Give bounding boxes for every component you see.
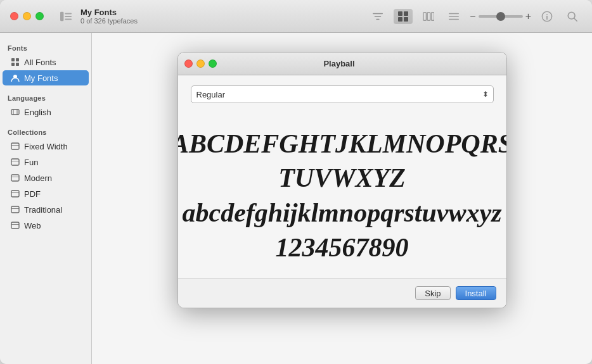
sidebar-item-all-fonts[interactable]: All Fonts bbox=[3, 54, 89, 70]
slider-minus-icon: − bbox=[470, 11, 475, 22]
svg-rect-1 bbox=[65, 13, 72, 14]
close-button[interactable] bbox=[10, 12, 18, 20]
collections-section-label: Collections bbox=[0, 125, 91, 138]
slider-plus-icon: + bbox=[525, 11, 531, 22]
fun-icon bbox=[10, 157, 20, 167]
sidebar-item-traditional[interactable]: Traditional bbox=[3, 202, 89, 217]
font-preview-text: ABCDEFGHTJKLMNOPQRS TUVWXYZ abcdefghijkl… bbox=[177, 127, 507, 265]
traditional-label: Traditional bbox=[24, 205, 62, 215]
title-bar-right: − + bbox=[368, 9, 582, 24]
my-fonts-icon bbox=[10, 73, 20, 83]
svg-line-21 bbox=[574, 18, 577, 21]
dialog-title: Playball bbox=[179, 59, 500, 68]
svg-rect-0 bbox=[60, 11, 63, 20]
svg-rect-27 bbox=[11, 110, 19, 115]
title-bar-left: My Fonts 0 of 326 typefaces bbox=[10, 8, 138, 25]
svg-rect-30 bbox=[11, 143, 19, 149]
svg-rect-25 bbox=[16, 63, 19, 66]
all-fonts-icon bbox=[10, 57, 20, 67]
svg-rect-9 bbox=[398, 17, 402, 22]
fonts-section-label: Fonts bbox=[0, 41, 91, 54]
preview-line-4: 1234567890 bbox=[177, 230, 507, 265]
main-window: My Fonts 0 of 326 typefaces bbox=[0, 0, 592, 364]
sidebar: Fonts All Fonts bbox=[0, 33, 92, 364]
info-button[interactable] bbox=[537, 9, 557, 24]
svg-point-18 bbox=[546, 13, 548, 15]
modern-label: Modern bbox=[24, 173, 52, 183]
minimize-button[interactable] bbox=[23, 12, 31, 20]
title-bar: My Fonts 0 of 326 typefaces bbox=[0, 0, 592, 33]
fun-label: Fun bbox=[24, 158, 38, 167]
svg-rect-36 bbox=[11, 191, 19, 197]
dialog-body: Regular Bold Italic Bold Italic ⬍ ABCDEF… bbox=[178, 75, 506, 278]
traffic-lights bbox=[10, 12, 44, 20]
window-subtitle: 0 of 326 typefaces bbox=[80, 17, 138, 25]
svg-rect-3 bbox=[65, 18, 72, 20]
english-icon bbox=[10, 107, 20, 117]
modern-icon bbox=[10, 173, 20, 183]
preview-line-3: abcdefghijklmnopqrstuvwxyz bbox=[177, 196, 507, 230]
svg-rect-2 bbox=[65, 16, 72, 17]
sidebar-toggle-button[interactable] bbox=[56, 9, 75, 24]
my-fonts-label: My Fonts bbox=[24, 73, 58, 83]
sidebar-item-web[interactable]: Web bbox=[3, 218, 89, 233]
sidebar-item-pdf[interactable]: PDF bbox=[3, 186, 89, 201]
svg-rect-23 bbox=[16, 58, 19, 61]
pdf-label: PDF bbox=[24, 189, 41, 199]
svg-rect-38 bbox=[11, 206, 19, 213]
content-area: Fonts All Fonts bbox=[0, 33, 592, 364]
languages-section-label: Languages bbox=[0, 91, 91, 104]
list-view-button[interactable] bbox=[444, 9, 463, 24]
svg-rect-40 bbox=[11, 222, 19, 229]
fixed-width-icon bbox=[10, 141, 20, 151]
pdf-icon bbox=[10, 189, 20, 199]
svg-rect-32 bbox=[11, 159, 19, 165]
svg-rect-24 bbox=[11, 63, 15, 66]
font-preview-area: ABCDEFGHTJKLMNOPQRS TUVWXYZ abcdefghijkl… bbox=[191, 113, 494, 278]
grid-view-button[interactable] bbox=[394, 9, 413, 24]
traditional-icon bbox=[10, 204, 20, 215]
svg-rect-22 bbox=[11, 58, 15, 61]
svg-rect-12 bbox=[428, 12, 431, 20]
style-dropdown[interactable]: Regular Bold Italic Bold Italic bbox=[191, 85, 494, 103]
svg-rect-11 bbox=[423, 12, 427, 20]
english-label: English bbox=[24, 108, 51, 117]
title-info: My Fonts 0 of 326 typefaces bbox=[80, 8, 138, 25]
all-fonts-label: All Fonts bbox=[24, 58, 56, 67]
sidebar-item-english[interactable]: English bbox=[3, 104, 89, 120]
svg-rect-10 bbox=[404, 17, 408, 22]
slider-track[interactable] bbox=[479, 15, 523, 18]
svg-rect-13 bbox=[432, 12, 435, 20]
font-dialog: Playball Regular Bold Italic Bold Italic… bbox=[177, 52, 507, 308]
sidebar-item-modern[interactable]: Modern bbox=[3, 170, 89, 185]
svg-rect-7 bbox=[398, 11, 402, 16]
size-slider[interactable]: − + bbox=[470, 11, 531, 22]
window-title: My Fonts bbox=[80, 8, 138, 17]
search-button[interactable] bbox=[563, 9, 582, 24]
style-dropdown-wrapper: Regular Bold Italic Bold Italic ⬍ bbox=[191, 85, 494, 103]
sidebar-item-my-fonts[interactable]: My Fonts bbox=[3, 70, 89, 85]
skip-button[interactable]: Skip bbox=[415, 286, 450, 300]
svg-rect-8 bbox=[404, 11, 408, 16]
sidebar-item-fixed-width[interactable]: Fixed Width bbox=[3, 139, 89, 154]
sidebar-item-fun[interactable]: Fun bbox=[3, 154, 89, 170]
dialog-title-bar: Playball bbox=[178, 53, 506, 75]
web-label: Web bbox=[24, 221, 41, 230]
main-content: Playball Regular Bold Italic Bold Italic… bbox=[92, 33, 592, 364]
slider-thumb[interactable] bbox=[496, 12, 505, 21]
dialog-footer: Skip Install bbox=[178, 278, 506, 308]
fixed-width-label: Fixed Width bbox=[24, 142, 68, 151]
filter-button[interactable] bbox=[368, 9, 387, 24]
preview-line-1: ABCDEFGHTJKLMNOPQRS bbox=[177, 127, 507, 161]
svg-rect-34 bbox=[11, 175, 19, 181]
install-button[interactable]: Install bbox=[456, 286, 496, 300]
maximize-button[interactable] bbox=[35, 12, 44, 20]
column-view-button[interactable] bbox=[419, 9, 438, 24]
preview-line-2: TUVWXYZ bbox=[177, 161, 507, 196]
web-icon bbox=[10, 220, 20, 230]
